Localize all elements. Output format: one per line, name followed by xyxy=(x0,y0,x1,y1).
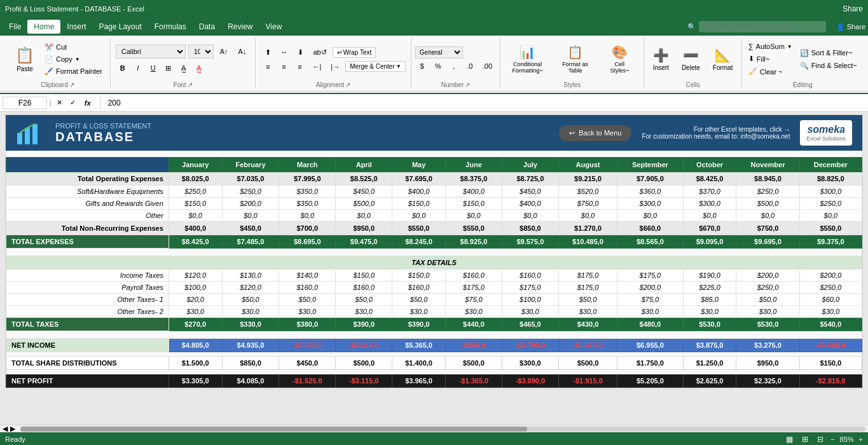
table-cell[interactable]: $1.250,0 xyxy=(683,357,736,370)
table-cell[interactable]: $8.725,0 xyxy=(502,172,558,186)
insert-button[interactable]: ➕ Insert xyxy=(648,46,674,72)
border-button[interactable]: ⊞ xyxy=(162,62,176,74)
table-cell[interactable]: $250,0 xyxy=(799,282,862,294)
italic-button[interactable]: I xyxy=(131,62,145,74)
table-cell[interactable]: $0,0 xyxy=(336,210,392,222)
table-cell[interactable]: $500,0 xyxy=(336,357,392,370)
menu-file[interactable]: File xyxy=(3,20,27,34)
table-cell[interactable]: $950,0 xyxy=(736,357,799,370)
table-cell[interactable]: $50,0 xyxy=(279,294,336,306)
conditional-formatting-button[interactable]: 📊 Conditional Formatting~ xyxy=(506,43,549,75)
table-cell[interactable]: $390,0 xyxy=(336,318,392,331)
zoom-minus-button[interactable]: − xyxy=(830,435,834,443)
table-cell[interactable]: $360,0 xyxy=(617,186,683,198)
wrap-text-button[interactable]: ↵ Wrap Text xyxy=(333,47,376,58)
share-btn[interactable]: 👤 Share xyxy=(836,23,865,31)
table-cell[interactable]: $350,0 xyxy=(279,186,336,198)
table-cell[interactable]: $150,0 xyxy=(799,357,862,370)
table-cell[interactable]: $160,0 xyxy=(502,270,558,282)
page-break-view-button[interactable]: ⊟ xyxy=(815,435,825,444)
table-cell[interactable]: $440,0 xyxy=(445,318,502,331)
table-cell[interactable]: $8.425,0 xyxy=(683,172,736,186)
align-middle-button[interactable]: ↔ xyxy=(277,46,291,58)
scroll-left-btn[interactable]: ◀ xyxy=(3,425,8,433)
table-cell[interactable]: $270,0 xyxy=(169,318,222,331)
fill-button[interactable]: ⬇ Fill~ xyxy=(746,53,795,64)
table-cell[interactable]: $0,0 xyxy=(169,210,222,222)
table-cell[interactable]: $160,0 xyxy=(392,282,446,294)
menu-data[interactable]: Data xyxy=(193,20,221,34)
merge-center-button[interactable]: Merge & Center ▼ xyxy=(345,61,406,72)
bold-button[interactable]: B xyxy=(116,62,130,74)
scrollbar-track[interactable] xyxy=(20,427,865,432)
align-center-button[interactable]: ≡ xyxy=(277,61,291,72)
table-cell[interactable]: $9.215,0 xyxy=(558,172,617,186)
table-cell[interactable]: $3.965,0 xyxy=(392,374,446,388)
formula-cancel-button[interactable]: ✕ xyxy=(54,99,65,107)
table-cell[interactable]: $50,0 xyxy=(222,294,279,306)
table-cell[interactable]: $380,0 xyxy=(279,318,336,331)
table-cell[interactable]: $160,0 xyxy=(279,282,336,294)
table-cell[interactable]: $200,0 xyxy=(222,198,279,210)
table-cell[interactable]: $400,0 xyxy=(169,222,222,235)
table-cell[interactable]: $450,0 xyxy=(502,186,558,198)
clipboard-expand-icon[interactable]: ↗ xyxy=(69,81,74,88)
table-cell[interactable]: $750,0 xyxy=(736,222,799,235)
table-cell[interactable]: $9.475,0 xyxy=(336,235,392,249)
fill-color-button[interactable]: A̲ xyxy=(177,62,191,74)
scrollbar-thumb[interactable] xyxy=(20,427,527,432)
table-cell[interactable]: $160,0 xyxy=(445,270,502,282)
table-cell[interactable]: $30,0 xyxy=(222,306,279,318)
align-bottom-button[interactable]: ⬇ xyxy=(293,46,307,58)
table-cell[interactable]: $150,0 xyxy=(445,198,502,210)
table-cell[interactable]: $6.955,0 xyxy=(617,339,683,352)
table-cell[interactable]: $7.995,0 xyxy=(279,172,336,186)
table-cell[interactable]: $225,0 xyxy=(683,282,736,294)
table-cell[interactable]: $30,0 xyxy=(502,306,558,318)
table-cell[interactable]: $520,0 xyxy=(558,186,617,198)
table-cell[interactable]: $150,0 xyxy=(392,270,446,282)
table-cell[interactable]: $400,0 xyxy=(392,186,446,198)
table-cell[interactable]: $0,0 xyxy=(799,210,862,222)
table-cell[interactable]: $550,0 xyxy=(799,222,862,235)
align-left-button[interactable]: ≡ xyxy=(261,61,275,72)
table-cell[interactable]: $0,0 xyxy=(445,210,502,222)
page-layout-view-button[interactable]: ⊞ xyxy=(800,435,810,444)
table-cell[interactable]: $85,0 xyxy=(683,294,736,306)
menu-insert[interactable]: Insert xyxy=(60,20,92,34)
table-cell[interactable]: $20,0 xyxy=(169,294,222,306)
table-cell[interactable]: $850,0 xyxy=(222,357,279,370)
menu-review[interactable]: Review xyxy=(221,20,259,34)
decimal-increase-button[interactable]: .0 xyxy=(463,60,477,72)
table-cell[interactable]: $330,0 xyxy=(222,318,279,331)
font-family-select[interactable]: Calibri xyxy=(116,44,186,58)
font-size-increase-button[interactable]: A↑ xyxy=(216,46,232,57)
menu-home[interactable]: Home xyxy=(27,20,60,34)
table-cell[interactable]: -$2.790,0 xyxy=(502,339,558,352)
table-cell[interactable]: $300,0 xyxy=(617,198,683,210)
align-right-button[interactable]: ≡ xyxy=(293,61,307,72)
table-cell[interactable]: $175,0 xyxy=(617,270,683,282)
orientation-button[interactable]: ab↺ xyxy=(309,46,330,58)
table-cell[interactable]: $4.085,0 xyxy=(222,374,279,388)
share-button[interactable]: Share xyxy=(843,4,863,13)
table-cell[interactable]: $160,0 xyxy=(336,282,392,294)
table-cell[interactable]: $530,0 xyxy=(683,318,736,331)
spreadsheet-area[interactable]: PROFIT & LOSS STATEMENT DATABASE ↩ Back … xyxy=(0,112,868,425)
table-cell[interactable]: $8.945,0 xyxy=(736,172,799,186)
indent-decrease-button[interactable]: ←| xyxy=(308,61,325,72)
table-cell[interactable]: $450,0 xyxy=(279,357,336,370)
table-cell[interactable]: $7.035,0 xyxy=(222,172,279,186)
table-cell[interactable]: $0,0 xyxy=(222,210,279,222)
table-cell[interactable]: $150,0 xyxy=(392,198,446,210)
table-cell[interactable]: $100,0 xyxy=(169,282,222,294)
table-cell[interactable]: $0,0 xyxy=(502,210,558,222)
table-cell[interactable]: $50,0 xyxy=(558,294,617,306)
table-cell[interactable]: $8.245,0 xyxy=(392,235,446,249)
table-cell[interactable]: $130,0 xyxy=(222,270,279,282)
autosum-button[interactable]: ∑ AutoSum ▼ xyxy=(746,41,795,51)
table-cell[interactable]: $75,0 xyxy=(445,294,502,306)
table-cell[interactable]: $370,0 xyxy=(683,186,736,198)
table-cell[interactable]: $30,0 xyxy=(336,306,392,318)
table-cell[interactable]: $9.695,0 xyxy=(736,235,799,249)
